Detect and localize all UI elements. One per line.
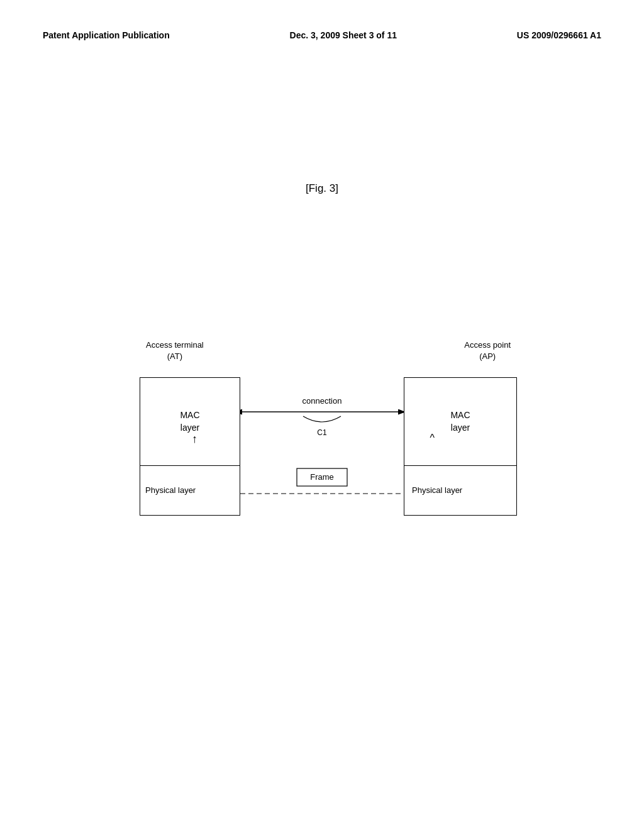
at-mac-layer: MAClayer	[140, 378, 240, 466]
at-mac-text: MAClayer	[180, 409, 199, 434]
diagram-svg: connection C1 Frame	[240, 377, 404, 516]
ap-mac-layer: MAClayer	[404, 378, 516, 466]
page: Patent Application Publication Dec. 3, 2…	[0, 0, 644, 830]
svg-text:Frame: Frame	[310, 472, 334, 482]
at-title: Access terminal (AT)	[146, 340, 204, 362]
ap-title: Access point (AP)	[464, 340, 511, 362]
at-up-arrow: ↑	[192, 433, 197, 446]
at-physical-layer: Physical layer	[140, 465, 240, 515]
svg-text:connection: connection	[303, 396, 342, 406]
header: Patent Application Publication Dec. 3, 2…	[43, 30, 601, 40]
figure-label: [Fig. 3]	[306, 182, 338, 195]
ap-physical-layer: Physical layer	[404, 465, 516, 515]
at-box: MAClayer Physical layer	[140, 377, 240, 516]
header-publication-label: Patent Application Publication	[43, 30, 170, 40]
at-physical-text: Physical layer	[145, 485, 196, 495]
header-date-sheet: Dec. 3, 2009 Sheet 3 of 11	[290, 30, 397, 40]
ap-up-arrow: ^	[430, 433, 435, 444]
header-patent-number: US 2009/0296661 A1	[517, 30, 601, 40]
ap-box: MAClayer Physical layer	[404, 377, 517, 516]
diagram: Access terminal (AT) Access point (AP) M…	[127, 340, 517, 541]
svg-text:C1: C1	[317, 428, 327, 437]
ap-physical-text: Physical layer	[412, 485, 462, 495]
ap-mac-text: MAClayer	[450, 409, 470, 434]
